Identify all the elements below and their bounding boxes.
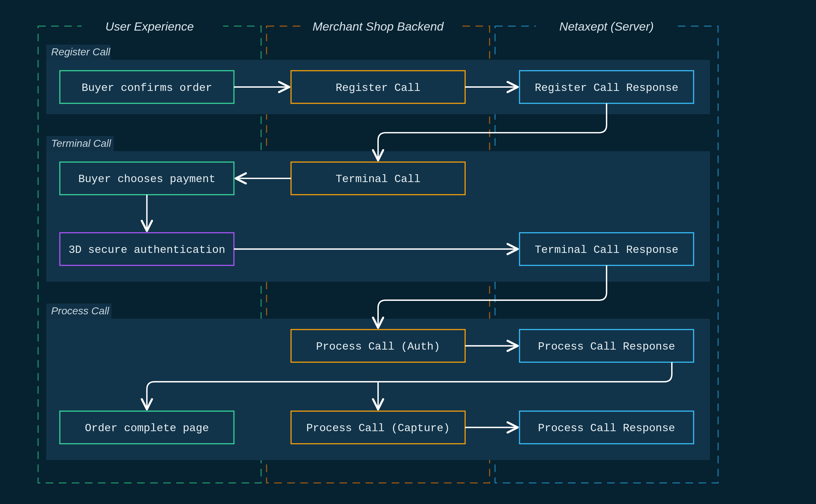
node-buyer-chooses-label: Buyer chooses payment — [78, 173, 215, 185]
swimlane-backend-label: Merchant Shop Backend — [313, 20, 444, 33]
node-process-auth-label: Process Call (Auth) — [316, 341, 441, 353]
node-terminal-response-label: Terminal Call Response — [535, 244, 679, 256]
node-process-response-1-label: Process Call Response — [538, 341, 675, 353]
swimlane-user-label: User Experience — [105, 20, 194, 33]
section-terminal-panel — [46, 151, 710, 282]
node-buyer-confirms-label: Buyer confirms order — [82, 82, 212, 94]
node-terminal-call-label: Terminal Call — [336, 173, 421, 185]
section-process-label: Process Call — [51, 305, 109, 317]
node-process-response-2-label: Process Call Response — [538, 422, 675, 434]
node-register-call-label: Register Call — [336, 82, 421, 94]
node-order-complete-label: Order complete page — [85, 422, 209, 434]
section-terminal-label: Terminal Call — [51, 138, 111, 149]
node-3ds-label: 3D secure authentication — [68, 244, 225, 256]
swimlane-server-label: Netaxept (Server) — [559, 20, 654, 33]
section-register-label: Register Call — [51, 46, 110, 58]
node-register-response-label: Register Call Response — [535, 82, 679, 94]
node-process-capture-label: Process Call (Capture) — [306, 422, 450, 434]
